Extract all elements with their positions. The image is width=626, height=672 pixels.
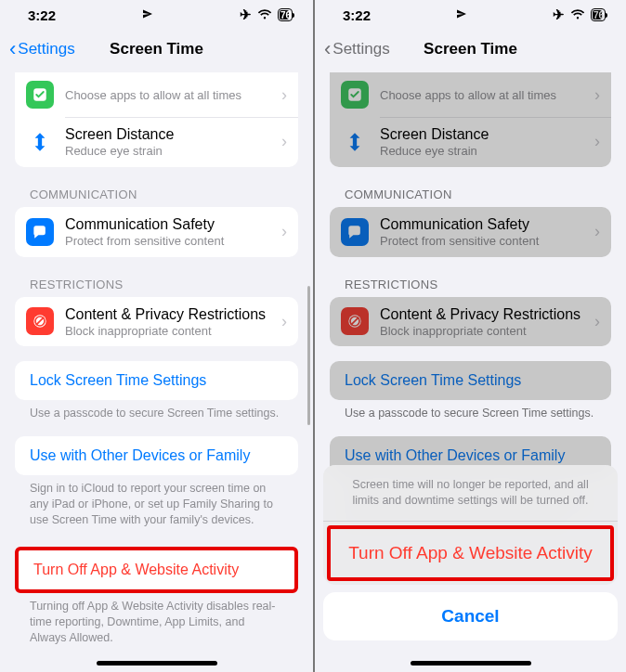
lock-footer: Use a passcode to secure Screen Time set… xyxy=(30,406,283,421)
page-content: Choose apps to allow at all times › Scre… xyxy=(0,72,313,672)
chevron-right-icon: › xyxy=(281,132,287,151)
chevron-right-icon: › xyxy=(281,312,287,331)
no-entry-icon xyxy=(26,307,54,335)
row-communication-safety: Communication Safety Protect from sensit… xyxy=(330,207,611,257)
battery-icon: 76 xyxy=(591,8,606,21)
row-content-privacy: Content & Privacy Restrictions Block ina… xyxy=(330,297,611,347)
wifi-icon xyxy=(257,9,272,20)
row-screen-distance[interactable]: Screen Distance Reduce eye strain › xyxy=(15,117,298,167)
chevron-right-icon: › xyxy=(594,85,600,105)
chevron-right-icon: › xyxy=(594,312,600,331)
row-screen-distance: Screen Distance Reduce eye strain › xyxy=(330,117,611,167)
sheet-cancel-button[interactable]: Cancel xyxy=(323,592,618,640)
communication-header: COMMUNICATION xyxy=(345,187,596,201)
nav-back-button: ‹ Settings xyxy=(324,37,390,61)
status-bar: 3:22 ✈︎ 76 xyxy=(0,0,313,26)
lock-footer: Use a passcode to secure Screen Time set… xyxy=(345,406,596,421)
row-always-allowed[interactable]: Choose apps to allow at all times › xyxy=(15,72,298,117)
home-indicator[interactable] xyxy=(97,661,217,666)
link-family[interactable]: Use with Other Devices or Family xyxy=(15,436,298,475)
check-shield-icon xyxy=(341,81,369,109)
nav-bar: ‹ Settings Screen Time xyxy=(0,26,313,72)
chevron-right-icon: › xyxy=(594,132,600,151)
communication-header: COMMUNICATION xyxy=(30,187,283,201)
link-lock-screen-time[interactable]: Lock Screen Time Settings xyxy=(15,361,298,400)
battery-icon: 76 xyxy=(278,8,293,21)
no-entry-icon xyxy=(341,307,369,335)
distance-icon xyxy=(26,128,54,156)
check-shield-icon xyxy=(26,81,54,109)
status-icons: ✈︎ 76 xyxy=(240,6,293,23)
chevron-left-icon: ‹ xyxy=(9,37,16,61)
screenshot-right: 3:22 ✈︎ 76 ‹ Settings Screen Time xyxy=(313,0,626,672)
restrictions-header: RESTRICTIONS xyxy=(30,278,283,291)
scrollbar[interactable] xyxy=(307,286,310,425)
home-indicator[interactable] xyxy=(411,661,531,666)
screenshot-left: 3:22 ✈︎ 76 ‹ Settings Screen Time xyxy=(0,0,313,672)
airplane-icon: ✈︎ xyxy=(240,6,252,23)
family-footer: Sign in to iCloud to report your screen … xyxy=(30,481,283,528)
sheet-turn-off-button[interactable]: Turn Off App & Website Activity xyxy=(327,525,614,581)
restrictions-header: RESTRICTIONS xyxy=(345,278,596,291)
airplane-icon: ✈︎ xyxy=(553,6,565,23)
status-icons: ✈︎ 76 xyxy=(553,6,606,23)
turn-off-footer: Turning off App & Website Activity disab… xyxy=(30,599,283,646)
nav-back-button[interactable]: ‹ Settings xyxy=(9,37,75,61)
row-communication-safety[interactable]: Communication Safety Protect from sensit… xyxy=(15,207,298,257)
row-content-privacy[interactable]: Content & Privacy Restrictions Block ina… xyxy=(15,297,298,347)
chevron-right-icon: › xyxy=(594,222,600,241)
distance-icon xyxy=(341,128,369,156)
chevron-left-icon: ‹ xyxy=(324,37,331,61)
status-time: 3:22 xyxy=(343,7,371,23)
link-lock-screen-time: Lock Screen Time Settings xyxy=(330,361,611,400)
status-time: 3:22 xyxy=(28,7,56,23)
chat-bubble-icon xyxy=(26,218,54,246)
chevron-right-icon: › xyxy=(281,222,287,241)
wifi-icon xyxy=(570,9,585,20)
chevron-right-icon: › xyxy=(281,85,287,105)
chat-bubble-icon xyxy=(341,218,369,246)
sheet-message: Screen time will no longer be reported, … xyxy=(323,465,618,521)
link-turn-off-activity[interactable]: Turn Off App & Website Activity xyxy=(15,547,298,593)
row-always-allowed: Choose apps to allow at all times › xyxy=(330,72,611,117)
nav-bar: ‹ Settings Screen Time xyxy=(315,26,626,72)
action-sheet: Screen time will no longer be reported, … xyxy=(315,465,626,672)
status-bar: 3:22 ✈︎ 76 xyxy=(315,0,626,26)
